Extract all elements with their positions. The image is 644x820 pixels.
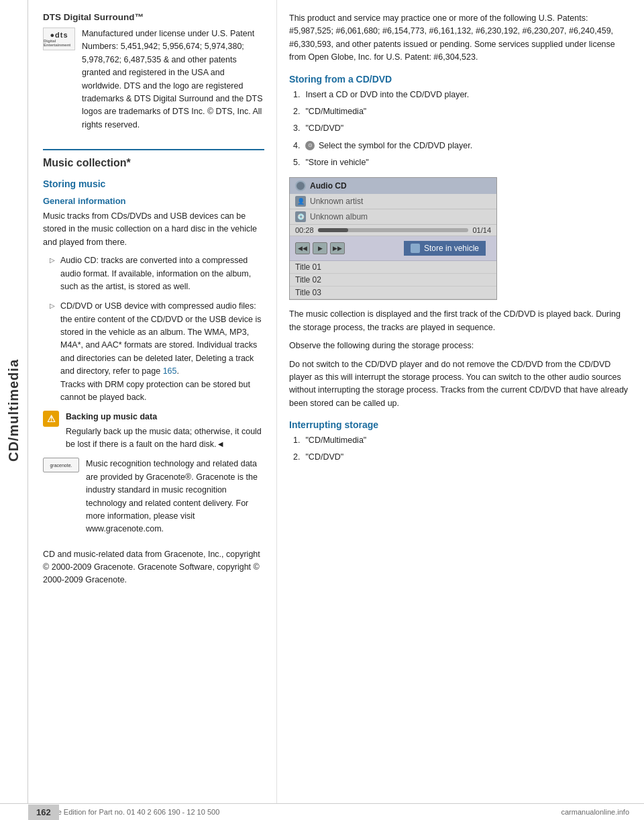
progress-bar-fill [318, 228, 348, 232]
list-item: 2. "CD/Multimedia" [293, 105, 629, 118]
audio-cd-row-album: 💿 Unknown album [290, 209, 496, 225]
nav-prev-btn[interactable]: ◀◀ [295, 242, 310, 254]
gracenote-bottom-text: CD and music-related data from Gracenote… [43, 548, 264, 587]
bullet-list: ▷ Audio CD: tracks are converted into a … [50, 254, 264, 404]
list-item: 1. Insert a CD or DVD into the CD/DVD pl… [293, 89, 629, 101]
list-item: 5. "Store in vehicle" [293, 156, 629, 169]
page-footer: 162 Online Edition for Part no. 01 40 2 … [0, 803, 644, 820]
storing-steps-list: 1. Insert a CD or DVD into the CD/DVD pl… [293, 89, 629, 170]
bullet-arrow-1: ▷ [50, 255, 55, 293]
list-item: ▷ Audio CD: tracks are converted into a … [50, 254, 264, 293]
section-divider [43, 149, 264, 150]
audio-cd-screenshot: Audio CD 👤 Unknown artist 💿 Unknown albu… [289, 177, 497, 300]
page-number: 162 [28, 805, 59, 820]
page-link-165[interactable]: 165 [163, 366, 177, 376]
audio-cd-titlebar: Audio CD [290, 178, 496, 194]
after-screenshot-text: The music collection is displayed and th… [289, 308, 629, 334]
progress-row: 00:28 01/14 [290, 225, 496, 236]
dts-section: DTS Digital Surround™ ●dts Digital Enter… [43, 12, 264, 137]
list-item: ▷ CD/DVD or USB device with compressed a… [50, 300, 264, 404]
cd-title-row-1: Title 01 [290, 261, 496, 274]
music-collection-section: Music collection* Storing music General … [43, 157, 264, 587]
cd-title-row-3: Title 03 [290, 287, 496, 299]
warning-title: Backing up music data [66, 411, 264, 423]
dts-logo-row: ●dts Digital Entertainment Manufactured … [43, 28, 264, 137]
nav-next-btn[interactable]: ▶▶ [330, 242, 345, 254]
store-icon [411, 244, 420, 253]
dts-logo: ●dts Digital Entertainment [43, 28, 75, 50]
storing-music-title: Storing music [43, 178, 264, 189]
nav-controls: ◀◀ ▶ ▶▶ Store in vehicle [290, 236, 496, 261]
progress-bar [318, 228, 469, 232]
dts-body-text: Manufactured under license under U.S. Pa… [82, 28, 264, 132]
list-item: 1. "CD/Multimedia" [293, 434, 629, 447]
bullet-text-1: Audio CD: tracks are converted into a co… [60, 254, 264, 293]
footer-online-edition: Online Edition for Part no. 01 40 2 606 … [40, 808, 219, 816]
artist-icon: 👤 [295, 196, 306, 207]
patents-text: This product and service may practice on… [289, 12, 629, 64]
sidebar: CD/multimedia [0, 0, 28, 820]
select-symbol: ⊙ [305, 141, 315, 150]
list-item: 3. "CD/DVD" [293, 122, 629, 135]
storing-from-cd-title: Storing from a CD/DVD [289, 74, 629, 85]
footer-website: carmanualonline.info [561, 808, 629, 816]
cd-icon [295, 181, 306, 191]
store-in-vehicle-button[interactable]: Store in vehicle [404, 241, 486, 256]
right-column: This product and service may practice on… [276, 0, 644, 820]
interrupting-title: Interrupting storage [289, 419, 629, 430]
warning-content: Backing up music data Regularly back up … [66, 411, 264, 451]
warning-body: Regularly back up the music data; otherw… [66, 425, 264, 452]
dts-logo-text: ●dts [50, 31, 68, 39]
gracenote-row: gracenote. Music recognition technology … [43, 458, 264, 541]
dts-logo-sub: Digital Entertainment [44, 39, 74, 47]
sidebar-label: CD/multimedia [6, 358, 21, 461]
warning-icon: ⚠ [43, 411, 59, 427]
album-icon: 💿 [295, 211, 306, 222]
left-column: DTS Digital Surround™ ●dts Digital Enter… [28, 0, 276, 820]
bullet-text-2: CD/DVD or USB device with compressed aud… [60, 300, 264, 404]
cd-title-row-2: Title 02 [290, 274, 496, 287]
music-collection-title: Music collection* [43, 157, 264, 169]
do-not-switch-text: Do not switch to the CD/DVD player and d… [289, 358, 629, 411]
dts-title: DTS Digital Surround™ [43, 12, 264, 22]
warning-box: ⚠ Backing up music data Regularly back u… [43, 411, 264, 451]
observe-text: Observe the following during the storage… [289, 340, 629, 352]
gracenote-body: Music recognition technology and related… [86, 458, 264, 535]
general-info-title: General information [43, 196, 264, 206]
interrupting-steps-list: 1. "CD/Multimedia" 2. "CD/DVD" [293, 434, 629, 464]
nav-play-btn[interactable]: ▶ [313, 242, 327, 254]
list-item: 2. "CD/DVD" [293, 451, 629, 464]
bullet-arrow-2: ▷ [50, 301, 55, 404]
audio-cd-row-artist: 👤 Unknown artist [290, 194, 496, 209]
general-info-body: Music tracks from CDs/DVDs and USB devic… [43, 210, 264, 249]
list-item: 4. ⊙ Select the symbol for the CD/DVD pl… [293, 140, 629, 152]
gracenote-logo: gracenote. [43, 458, 79, 472]
